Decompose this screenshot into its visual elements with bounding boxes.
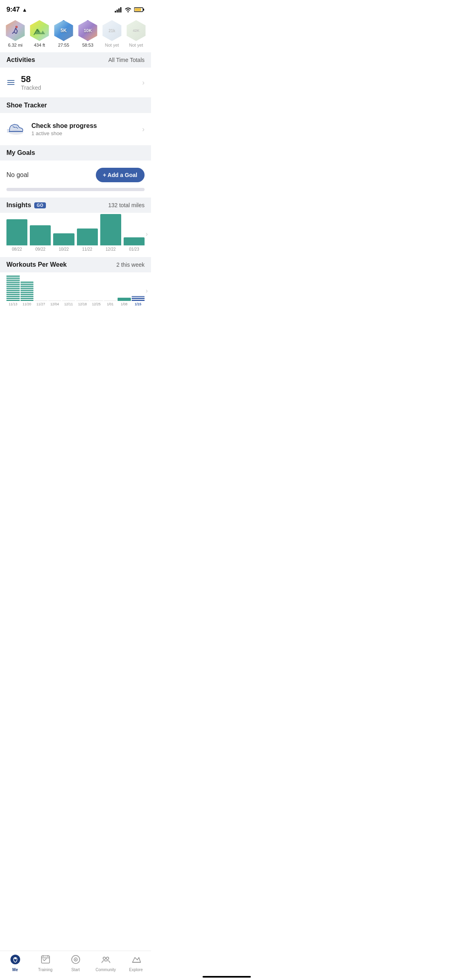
badge-item-2[interactable]: 434 ft xyxy=(28,20,51,47)
badge-6-text: 42K xyxy=(133,29,140,33)
bar-4 xyxy=(100,214,121,245)
svg-rect-5 xyxy=(143,9,145,11)
shoe-row[interactable]: Check shoe progress 1 active shoe › xyxy=(0,113,151,145)
badge-item-3[interactable]: 5K 27:55 xyxy=(52,20,75,47)
shoe-item-title: Check shoe progress xyxy=(31,122,142,130)
shoe-item-sub: 1 active shoe xyxy=(31,130,142,136)
svg-rect-1 xyxy=(117,10,118,12)
go-badge: GO xyxy=(34,202,46,208)
shoe-section-header: Shoe Tracker xyxy=(0,98,151,113)
workouts-chart-area[interactable]: 11/13 11/20 11/27 12/04 12/11 xyxy=(0,272,151,310)
tracked-count: 58 xyxy=(21,74,142,84)
status-time: 9:47 xyxy=(6,6,20,14)
badge-hex-3: 5K xyxy=(53,20,74,41)
activities-chevron: › xyxy=(142,78,145,87)
add-goal-button[interactable]: + Add a Goal xyxy=(96,168,145,182)
tracked-label: Tracked xyxy=(21,84,142,91)
chart-bar-3: 11/22 xyxy=(77,229,98,251)
svg-rect-2 xyxy=(118,8,120,12)
badge-label-3: 27:55 xyxy=(58,43,69,47)
shoe-title: Shoe Tracker xyxy=(6,102,47,109)
badge-item-1[interactable]: 6.32 mi xyxy=(4,20,27,47)
badge-hex-1 xyxy=(5,20,26,41)
activities-section-header: Activities All Time Totals xyxy=(0,52,151,68)
badge-label-5: Not yet xyxy=(105,43,119,47)
w-bar-3: 12/04 xyxy=(48,301,62,306)
scroll-area[interactable]: 6.32 mi 434 ft 5K 27:55 xyxy=(0,17,151,310)
insights-chart-area[interactable]: 08/22 09/22 10/22 11/22 12/22 01/23 xyxy=(0,213,151,257)
insights-title-wrap: Insights GO xyxy=(6,202,46,209)
w-bar-fill-5 xyxy=(76,301,89,301)
insights-total-miles: 132 total miles xyxy=(108,202,145,208)
shoe-chevron: › xyxy=(142,125,145,134)
status-bar: 9:47 ▲ xyxy=(0,0,151,17)
bar-label-3: 11/22 xyxy=(82,247,92,251)
w-bar-8: 1/08 xyxy=(118,298,131,306)
goals-row: No goal + Add a Goal xyxy=(6,168,145,182)
wifi-icon xyxy=(124,7,132,12)
w-bar-2: 11/27 xyxy=(34,301,48,306)
no-goal-text: No goal xyxy=(6,171,29,179)
svg-rect-0 xyxy=(115,11,116,12)
w-label-6: 12/25 xyxy=(92,302,101,306)
activities-all-time: All Time Totals xyxy=(108,57,145,63)
w-bar-fill-1 xyxy=(21,282,34,301)
w-label-7: 1/01 xyxy=(107,302,114,306)
w-label-1: 11/20 xyxy=(23,302,31,306)
signal-icon xyxy=(115,7,122,12)
badge-hex-2 xyxy=(29,20,50,41)
bar-3 xyxy=(77,229,98,245)
badge-hex-6: 42K xyxy=(126,20,147,41)
bar-2 xyxy=(53,233,74,245)
badge-item-4[interactable]: 10K 58:53 xyxy=(77,20,99,47)
badge-label-6: Not yet xyxy=(129,43,143,47)
w-bar-fill-4 xyxy=(62,301,75,301)
w-label-5: 12/18 xyxy=(78,302,87,306)
shoe-content: Check shoe progress 1 active shoe xyxy=(31,122,142,136)
chart-bar-2: 10/22 xyxy=(53,233,74,251)
w-label-8: 1/08 xyxy=(121,302,128,306)
bar-5 xyxy=(124,237,145,245)
goal-progress-bar xyxy=(6,188,145,191)
location-icon: ▲ xyxy=(22,7,27,13)
workouts-section-header: Workouts Per Week 2 this week xyxy=(0,257,151,272)
bar-label-0: 08/22 xyxy=(12,247,22,251)
workouts-title: Workouts Per Week xyxy=(6,261,67,268)
w-bar-1: 11/20 xyxy=(21,282,34,306)
w-bar-fill-7 xyxy=(104,301,117,301)
w-label-9: 1/15 xyxy=(134,302,141,306)
w-label-3: 12/04 xyxy=(50,302,59,306)
badge-item-5[interactable]: 21k Not yet xyxy=(101,20,123,47)
workouts-this-week: 2 this week xyxy=(116,261,145,268)
workouts-chart-chevron: › xyxy=(146,287,148,294)
goals-content: No goal + Add a Goal xyxy=(0,161,151,198)
activities-row[interactable]: 58 Tracked › xyxy=(0,68,151,98)
w-bar-fill-2 xyxy=(34,301,48,301)
workouts-bar-chart: 11/13 11/20 11/27 12/04 12/11 xyxy=(6,277,145,306)
battery-icon xyxy=(134,7,145,12)
goals-section-header: My Goals xyxy=(0,145,151,161)
w-bar-0: 11/13 xyxy=(6,275,20,306)
w-bar-4: 12/11 xyxy=(62,301,75,306)
badge-item-6[interactable]: 42K Not yet xyxy=(125,20,147,47)
w-bar-fill-3 xyxy=(48,301,62,301)
bar-label-1: 09/22 xyxy=(35,247,46,251)
w-bar-7: 1/01 xyxy=(104,301,117,306)
list-icon xyxy=(6,79,15,86)
w-bar-6: 12/25 xyxy=(90,301,103,306)
insights-chart-chevron: › xyxy=(146,231,148,238)
list-icon-wrap xyxy=(6,79,15,86)
w-bar-9: 1/15 xyxy=(132,296,145,306)
chart-bar-4: 12/22 xyxy=(100,214,121,251)
chart-bar-1: 09/22 xyxy=(30,225,51,251)
w-bar-fill-8 xyxy=(118,298,131,301)
shoe-icon xyxy=(6,119,26,139)
w-bar-fill-6 xyxy=(90,301,103,301)
badges-row: 6.32 mi 434 ft 5K 27:55 xyxy=(0,17,151,52)
bar-label-5: 01/23 xyxy=(129,247,139,251)
w-label-2: 11/27 xyxy=(37,302,45,306)
bar-1 xyxy=(30,225,51,245)
badge-4-text: 10K xyxy=(84,28,92,33)
activities-content: 58 Tracked xyxy=(21,74,142,91)
badge-label-2: 434 ft xyxy=(34,43,45,47)
